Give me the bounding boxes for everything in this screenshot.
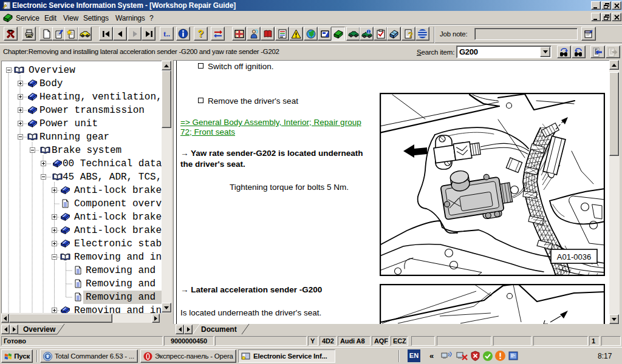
svg-text:Document: Document [201, 325, 237, 334]
svg-text:A01-0036: A01-0036 [557, 252, 591, 261]
svg-text:?: ? [408, 30, 413, 39]
svg-text:Overview: Overview [23, 325, 56, 334]
